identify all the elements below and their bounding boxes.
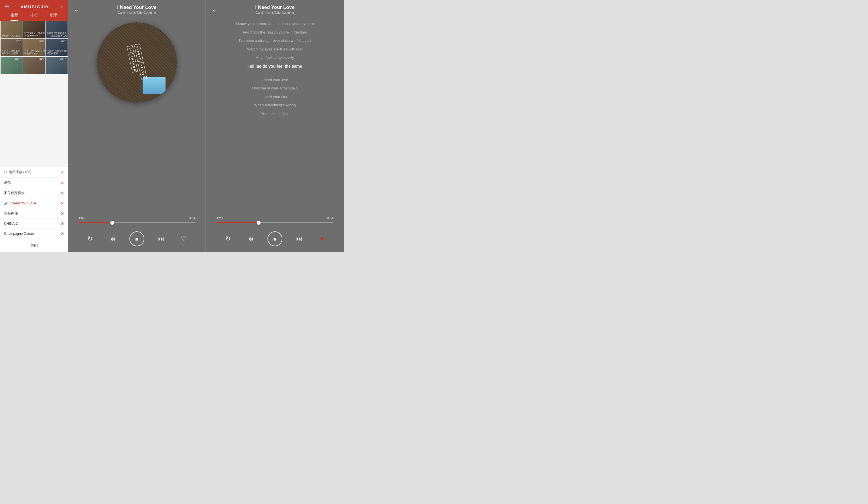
top-bar: ☰ VMUSICJIN ⌕ bbox=[4, 3, 64, 13]
featured-item-7[interactable]: 1591万 bbox=[1, 57, 23, 74]
remove-item-4[interactable]: ✕ bbox=[61, 211, 64, 216]
app-header: ☰ VMUSICJIN ⌕ 推荐 排行 歌手 bbox=[0, 0, 68, 21]
featured-label-1: 韩剧的OST女王们 bbox=[2, 34, 20, 37]
current-time-1: 1:07 bbox=[79, 216, 84, 220]
playlist-close-button[interactable]: 关闭 bbox=[0, 239, 68, 252]
player-panel: ⌄ I Need Your Love Calvin Harris/Ellie G… bbox=[68, 0, 206, 252]
repeat-button-2[interactable]: ↻ bbox=[222, 233, 234, 244]
remove-item-6[interactable]: ✕ bbox=[61, 231, 64, 236]
playlist-header-text: ↻ 顺序播放 (183) bbox=[4, 170, 31, 174]
lyric-line-3: I've been a stranger ever since we fell … bbox=[239, 37, 311, 45]
playlist-item-name-5: CHINA-2 bbox=[4, 222, 18, 225]
app-title: VMUSICJIN bbox=[21, 4, 49, 9]
nav-tabs: 推荐 排行 歌手 bbox=[4, 13, 64, 21]
stop-button-1[interactable]: ■ bbox=[130, 231, 144, 246]
player-controls-1: ↻ ⏮ ■ ⏭ ♡ bbox=[79, 229, 195, 252]
album-art: 18 MONTHS HARRIS CALVIN bbox=[97, 22, 177, 103]
playlist-item-6[interactable]: Champagne Ocean ✕ bbox=[0, 229, 68, 239]
featured-item-1[interactable]: 韩剧的OST女王们 bbox=[1, 21, 23, 38]
tab-artists[interactable]: 歌手 bbox=[50, 13, 58, 21]
player-artist: Calvin Harris/Ellie Goulding bbox=[117, 11, 156, 14]
favorite-button-2[interactable]: ♥ bbox=[316, 233, 328, 244]
next-button-1[interactable]: ⏭ bbox=[155, 233, 167, 244]
play-count-7: 1591万 bbox=[15, 58, 21, 60]
lyrics-container: I know you're there but I can't see you … bbox=[206, 17, 344, 216]
featured-grid: 韩剧的OST女王们 写作业累了，要不来一段Freestyle？ 弦声摇曳&魅影姿… bbox=[0, 21, 68, 74]
search-icon[interactable]: ⌕ bbox=[60, 4, 64, 10]
lyric-line-5: And I feel so helplessly bbox=[256, 53, 294, 62]
next-button-2[interactable]: ⏭ bbox=[293, 233, 305, 244]
remove-item-3[interactable]: ✕ bbox=[61, 201, 64, 205]
collapse-icon[interactable]: ⌄ bbox=[74, 6, 79, 13]
lyrics-title-block: I Need Your Love Calvin Harris/Ellie Gou… bbox=[255, 4, 294, 14]
featured-item-4[interactable]: 347万 华语｜三行情书 两滴眼泪 一段爱情 bbox=[1, 39, 23, 56]
favorite-button-1[interactable]: ♡ bbox=[178, 233, 189, 244]
playlist-item-name-2: 不仅仅是喜欢 bbox=[4, 191, 25, 195]
progress-times-2: 1:28 3:54 bbox=[217, 216, 333, 220]
tab-recommended[interactable]: 推荐 bbox=[11, 13, 18, 21]
featured-item-6[interactable]: 428万 一百首让你瞬间勾起回忆的老歌 bbox=[45, 39, 68, 56]
tab-chart[interactable]: 排行 bbox=[30, 13, 38, 21]
progress-area-1: 1:07 3:54 bbox=[79, 216, 195, 229]
player-controls-2: ↻ ⏮ ■ ⏭ ♥ bbox=[217, 229, 333, 252]
remove-item-5[interactable]: ✕ bbox=[61, 221, 64, 226]
featured-label-3: 弦声摇曳&魅影姿态——悲泣的提琴之魂 bbox=[47, 32, 68, 37]
player-title-block: I Need Your Love Calvin Harris/Ellie Gou… bbox=[117, 4, 156, 14]
repeat-icon: ↻ bbox=[4, 170, 7, 174]
lyrics-artist: Calvin Harris/Ellie Goulding bbox=[255, 11, 294, 14]
remove-item-1[interactable]: ✕ bbox=[61, 181, 64, 185]
featured-item-3[interactable]: 弦声摇曳&魅影姿态——悲泣的提琴之魂 bbox=[45, 21, 68, 38]
menu-icon[interactable]: ☰ bbox=[4, 3, 9, 10]
featured-label-4: 华语｜三行情书 两滴眼泪 一段爱情 bbox=[2, 50, 23, 55]
lyrics-collapse-icon[interactable]: ⌄ bbox=[212, 6, 217, 13]
play-count-4: 347万 bbox=[16, 40, 21, 43]
lyric-line-8: Hold me in your arms again bbox=[252, 84, 298, 93]
playlist-item-1[interactable]: 爱你 ✕ bbox=[0, 178, 68, 188]
progress-bar-1[interactable] bbox=[79, 222, 195, 223]
remove-item-2[interactable]: ✕ bbox=[61, 191, 64, 195]
progress-knob-1[interactable] bbox=[110, 221, 114, 225]
lyric-line-6-active: Tell me do you feel the same bbox=[248, 62, 302, 71]
player-header: ⌄ I Need Your Love Calvin Harris/Ellie G… bbox=[68, 0, 206, 17]
playlist-item-2[interactable]: 不仅仅是喜欢 ✕ bbox=[0, 188, 68, 198]
repeat-button-1[interactable]: ↻ bbox=[84, 233, 96, 244]
featured-item-9[interactable]: 2757万 bbox=[45, 57, 68, 74]
lyrics-song-title: I Need Your Love bbox=[255, 4, 294, 10]
trash-icon[interactable]: 🗑 bbox=[60, 170, 64, 174]
playlist-item-3[interactable]: 🔊 I Need Your Love ✕ bbox=[0, 198, 68, 209]
play-count-8: 431万 bbox=[39, 58, 44, 60]
lyric-line-7: I need your love bbox=[262, 76, 288, 84]
progress-fill-2 bbox=[217, 222, 259, 223]
album-art-overlay: 18 MONTHS HARRIS CALVIN bbox=[97, 22, 177, 103]
featured-label-5: 去不了的叫远方，回不去的叫故乡 bbox=[24, 50, 45, 55]
playlist-item-4[interactable]: 我是神仙 ✕ bbox=[0, 209, 68, 219]
featured-label-6: 一百首让你瞬间勾起回忆的老歌 bbox=[47, 50, 68, 55]
playlist-item-5[interactable]: CHINA-2 ✕ bbox=[0, 219, 68, 229]
progress-times-1: 1:07 3:54 bbox=[79, 216, 195, 220]
progress-knob-2[interactable] bbox=[257, 221, 261, 225]
lyric-line-10: When everything's wrong bbox=[254, 101, 296, 110]
featured-item-8[interactable]: 431万 bbox=[23, 57, 45, 74]
prev-button-1[interactable]: ⏮ bbox=[107, 233, 118, 244]
lyric-line-11: You make it right bbox=[261, 110, 289, 118]
lyric-line-4: Watch my eyes are filled with fear bbox=[247, 45, 303, 54]
progress-area-2: 1:28 3:54 bbox=[217, 216, 333, 229]
album-art-inner: 18 MONTHS HARRIS CALVIN bbox=[97, 22, 177, 103]
playlist-header: ↻ 顺序播放 (183) 🗑 bbox=[0, 167, 68, 178]
play-count-6: 428万 bbox=[61, 40, 66, 43]
playlist-panel: ↻ 顺序播放 (183) 🗑 爱你 ✕ 不仅仅是喜欢 ✕ 🔊 I Need Yo… bbox=[0, 167, 68, 252]
player-song-title: I Need Your Love bbox=[117, 4, 156, 10]
featured-item-2[interactable]: 写作业累了，要不来一段Freestyle？ bbox=[23, 21, 45, 38]
lyric-line-1: I know you're there but I can't see you … bbox=[236, 20, 314, 28]
music-app-panel: ☰ VMUSICJIN ⌕ 推荐 排行 歌手 韩剧的OST女王们 写作业累了，要… bbox=[0, 0, 68, 252]
stop-button-2[interactable]: ■ bbox=[268, 231, 282, 246]
featured-item-5[interactable]: 566万 去不了的叫远方，回不去的叫故乡 bbox=[23, 39, 45, 56]
playlist-item-name-1: 爱你 bbox=[4, 180, 11, 185]
current-time-2: 1:28 bbox=[217, 216, 223, 220]
play-count-5: 566万 bbox=[39, 40, 44, 43]
progress-bar-2[interactable] bbox=[217, 222, 333, 223]
playlist-item-name-3: I Need Your Love bbox=[10, 201, 36, 205]
content-area: 韩剧的OST女王们 写作业累了，要不来一段Freestyle？ 弦声摇曳&魅影姿… bbox=[0, 21, 68, 167]
lyric-line-9: I need your time bbox=[261, 93, 288, 101]
prev-button-2[interactable]: ⏮ bbox=[245, 233, 256, 244]
